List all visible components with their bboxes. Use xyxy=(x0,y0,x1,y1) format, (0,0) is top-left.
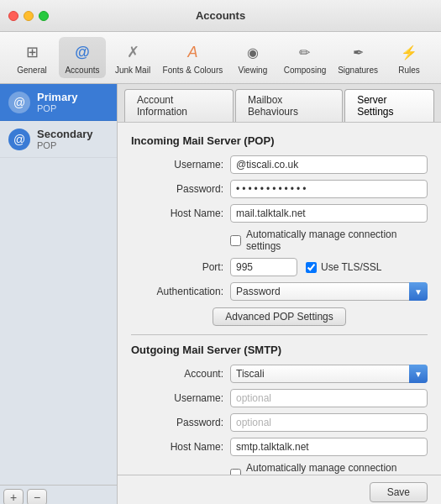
toolbar-item-composing[interactable]: Composing xyxy=(280,37,330,78)
incoming-auto-manage-row: Automatically manage connection settings xyxy=(131,228,428,252)
incoming-password-input[interactable] xyxy=(230,180,428,198)
save-button[interactable]: Save xyxy=(370,482,428,502)
toolbar: General Accounts Junk Mail Fonts & Colou… xyxy=(0,32,441,84)
signatures-icon xyxy=(346,40,370,64)
tab-server-settings[interactable]: Server Settings xyxy=(344,89,434,122)
outgoing-password-label: Password: xyxy=(131,417,223,428)
outgoing-auto-manage-checkbox[interactable] xyxy=(230,469,241,475)
main-content: @ Primary POP @ Secondary POP + − xyxy=(0,84,441,504)
composing-icon xyxy=(293,40,317,64)
close-button[interactable] xyxy=(8,11,18,21)
section-divider xyxy=(131,334,428,335)
toolbar-item-general[interactable]: General xyxy=(8,37,55,78)
window-title: Accounts xyxy=(196,9,245,22)
outgoing-hostname-row: Host Name: xyxy=(131,438,428,456)
accounts-icon xyxy=(71,40,94,64)
outgoing-account-row: Account: Tiscali None ▼ xyxy=(131,365,428,383)
incoming-port-row: Port: Use TLS/SSL xyxy=(131,258,428,276)
rules-icon xyxy=(397,40,421,64)
remove-account-button[interactable]: − xyxy=(27,489,47,504)
sidebar-item-secondary[interactable]: @ Secondary POP xyxy=(0,121,117,158)
primary-account-icon: @ xyxy=(8,92,30,113)
incoming-tls-row: Use TLS/SSL xyxy=(306,261,381,273)
outgoing-username-label: Username: xyxy=(131,392,223,404)
tabs: Account Information Mailbox Behaviours S… xyxy=(118,84,441,123)
incoming-auth-select[interactable]: Password MD5 Challenge-Response NTLM Ker… xyxy=(230,282,428,301)
secondary-account-icon: @ xyxy=(8,129,30,150)
tab-mailbox-behaviours[interactable]: Mailbox Behaviours xyxy=(235,89,343,122)
outgoing-password-row: Password: xyxy=(131,413,428,432)
advanced-btn-row: Advanced POP Settings xyxy=(131,307,428,326)
sidebar-bottom: + − xyxy=(0,485,117,504)
incoming-port-input[interactable] xyxy=(230,258,297,276)
primary-account-name: Primary xyxy=(37,91,77,103)
detail-panel: Account Information Mailbox Behaviours S… xyxy=(118,84,441,504)
outgoing-section-title: Outgoing Mail Server (SMTP) xyxy=(131,344,428,356)
outgoing-username-input[interactable] xyxy=(230,389,428,407)
outgoing-hostname-label: Host Name: xyxy=(131,441,223,453)
incoming-username-row: Username: xyxy=(131,155,428,174)
form-area: Incoming Mail Server (POP) Username: Pas… xyxy=(118,123,441,475)
fonts-icon xyxy=(181,40,204,64)
incoming-auto-manage-label[interactable]: Automatically manage connection settings xyxy=(246,228,428,252)
outgoing-auto-manage-label[interactable]: Automatically manage connection settings xyxy=(246,462,428,475)
incoming-hostname-row: Host Name: xyxy=(131,204,428,223)
incoming-auto-manage-checkbox[interactable] xyxy=(230,235,241,246)
incoming-password-row: Password: xyxy=(131,180,428,198)
general-icon xyxy=(20,40,44,64)
toolbar-signatures-label: Signatures xyxy=(338,66,378,75)
toolbar-item-fonts[interactable]: Fonts & Colours xyxy=(160,37,226,78)
toolbar-item-signatures[interactable]: Signatures xyxy=(333,37,382,78)
incoming-username-input[interactable] xyxy=(230,155,428,174)
title-bar: Accounts xyxy=(0,0,441,32)
secondary-account-name: Secondary xyxy=(37,128,92,140)
incoming-username-label: Username: xyxy=(131,159,223,171)
toolbar-item-rules[interactable]: Rules xyxy=(386,37,433,78)
viewing-icon xyxy=(241,40,265,64)
outgoing-account-select-wrapper: Tiscali None ▼ xyxy=(230,365,428,383)
outgoing-auto-manage-row: Automatically manage connection settings xyxy=(131,462,428,475)
save-row: Save xyxy=(118,475,441,504)
maximize-button[interactable] xyxy=(39,11,49,21)
incoming-tls-checkbox[interactable] xyxy=(306,262,317,273)
outgoing-account-label: Account: xyxy=(131,368,223,380)
outgoing-password-input[interactable] xyxy=(230,413,428,432)
toolbar-junkmail-label: Junk Mail xyxy=(115,66,150,75)
incoming-tls-label[interactable]: Use TLS/SSL xyxy=(321,261,381,273)
accounts-list: @ Primary POP @ Secondary POP xyxy=(0,84,117,485)
incoming-section-title: Incoming Mail Server (POP) xyxy=(131,134,428,147)
minimize-button[interactable] xyxy=(24,11,34,21)
outgoing-hostname-input[interactable] xyxy=(230,438,428,456)
incoming-hostname-input[interactable] xyxy=(230,204,428,223)
toolbar-accounts-label: Accounts xyxy=(65,66,99,75)
incoming-auth-label: Authentication: xyxy=(131,286,223,297)
toolbar-viewing-label: Viewing xyxy=(238,66,267,75)
advanced-pop-settings-button[interactable]: Advanced POP Settings xyxy=(213,307,346,326)
incoming-auth-select-wrapper: Password MD5 Challenge-Response NTLM Ker… xyxy=(230,282,428,301)
toolbar-fonts-label: Fonts & Colours xyxy=(163,66,223,75)
outgoing-username-row: Username: xyxy=(131,389,428,407)
incoming-password-label: Password: xyxy=(131,183,223,195)
toolbar-item-junkmail[interactable]: Junk Mail xyxy=(109,37,156,78)
junkmail-icon xyxy=(121,40,144,64)
toolbar-general-label: General xyxy=(17,66,47,75)
toolbar-item-viewing[interactable]: Viewing xyxy=(229,37,276,78)
tab-account-information[interactable]: Account Information xyxy=(124,89,234,122)
sidebar: @ Primary POP @ Secondary POP + − xyxy=(0,84,118,504)
primary-account-type: POP xyxy=(37,103,77,113)
toolbar-item-accounts[interactable]: Accounts xyxy=(59,37,106,78)
sidebar-item-primary[interactable]: @ Primary POP xyxy=(0,84,117,121)
incoming-hostname-label: Host Name: xyxy=(131,207,223,219)
add-account-button[interactable]: + xyxy=(3,489,24,504)
toolbar-composing-label: Composing xyxy=(284,66,327,75)
incoming-port-label: Port: xyxy=(131,261,223,273)
secondary-account-type: POP xyxy=(37,140,92,150)
outgoing-account-select[interactable]: Tiscali None xyxy=(230,365,428,383)
incoming-auth-row: Authentication: Password MD5 Challenge-R… xyxy=(131,282,428,301)
toolbar-rules-label: Rules xyxy=(398,66,420,75)
traffic-lights xyxy=(8,11,49,21)
